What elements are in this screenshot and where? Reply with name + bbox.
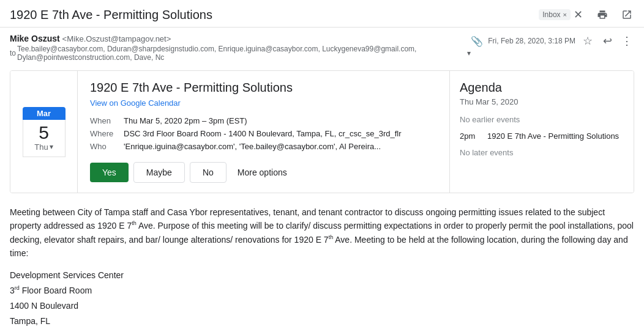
cal-day-number: 5 (23, 122, 65, 142)
sender-info: Mike Oszust <Mike.Oszust@tampagov.net> t… (10, 34, 471, 62)
rsvp-buttons: Yes Maybe No More options (90, 162, 437, 183)
address-line-5: Thursday, March 5 from 2:00pm to 3:00pm (10, 329, 634, 332)
sender-name: Mike Oszust (10, 34, 60, 43)
where-label: Where (90, 129, 124, 138)
no-earlier-events: No earlier events (460, 115, 624, 124)
inbox-badge: Inbox × (539, 9, 571, 20)
new-window-icon[interactable] (620, 7, 634, 22)
who-label: Who (90, 142, 124, 151)
event-who-row: Who 'Enrique.iguina@casaybor.com', 'Tee.… (90, 142, 437, 151)
agenda-panel: Agenda Thu Mar 5, 2020 No earlier events… (450, 71, 634, 193)
email-body: Meeting between City of Tampa staff and … (0, 198, 644, 332)
no-later-events: No later events (460, 148, 624, 157)
header-icons: ✕ (571, 7, 634, 22)
agenda-time: 2pm (460, 131, 481, 141)
agenda-date: Thu Mar 5, 2020 (460, 97, 624, 106)
who-value: 'Enrique.iguina@casaybor.com', 'Tee.bail… (124, 142, 381, 151)
star-icon[interactable]: ☆ (580, 34, 595, 48)
sender-meta: 📎 Fri, Feb 28, 2020, 3:18 PM ☆ ↩ ⋮ (471, 34, 634, 48)
event-when-row: When Thu Mar 5, 2020 2pm – 3pm (EST) (90, 116, 437, 125)
email-date: Fri, Feb 28, 2020, 3:18 PM (488, 37, 575, 45)
where-value: DSC 3rd Floor Board Room - 1400 N Boulev… (124, 129, 402, 138)
event-where-row: Where DSC 3rd Floor Board Room - 1400 N … (90, 129, 437, 138)
cal-dropdown-icon[interactable]: ▾ (50, 142, 53, 151)
chevron-down-icon[interactable]: ▾ (467, 49, 471, 57)
address-line-1: Development Services Center (10, 268, 634, 283)
sender-email: <Mike.Oszust@tampagov.net> (62, 34, 171, 43)
close-icon[interactable]: ✕ (571, 7, 585, 22)
invite-card: Mar 5 Thu ▾ 1920 E 7th Ave - Permitting … (10, 70, 634, 193)
body-paragraph: Meeting between City of Tampa staff and … (10, 205, 634, 260)
recipients-list: Tee.bailey@casaybor.com, Dduran@sharpdes… (17, 45, 467, 62)
yes-button[interactable]: Yes (90, 163, 129, 182)
agenda-title: Agenda (460, 81, 624, 95)
cal-day-box: 5 Thu ▾ (23, 120, 66, 157)
more-options-icon[interactable]: ⋮ (620, 34, 634, 48)
email-subject: 1920 E 7th Ave - Permitting Solutions (10, 8, 533, 22)
email-header: 1920 E 7th Ave - Permitting Solutions In… (0, 0, 644, 28)
to-label: to (10, 49, 16, 57)
more-options-button[interactable]: More options (231, 163, 293, 182)
address-line-3: 1400 N Boulevard (10, 298, 634, 314)
reply-icon[interactable]: ↩ (600, 34, 615, 48)
address-line-4: Tampa, FL (10, 314, 634, 329)
address-block: Development Services Center 3rd Floor Bo… (10, 268, 634, 332)
sender-name-line: Mike Oszust <Mike.Oszust@tampagov.net> (10, 34, 471, 43)
event-title: 1920 E 7th Ave - Permitting Solutions (90, 81, 437, 95)
calendar-icon-block: Mar 5 Thu ▾ (10, 71, 78, 193)
no-button[interactable]: No (190, 162, 227, 183)
cal-day-name: Thu ▾ (23, 142, 65, 154)
when-label: When (90, 116, 124, 125)
print-icon[interactable] (595, 7, 610, 22)
agenda-event-name: 1920 E 7th Ave - Permitting Solutions (487, 131, 619, 141)
event-details: 1920 E 7th Ave - Permitting Solutions Vi… (78, 71, 450, 193)
sender-row: Mike Oszust <Mike.Oszust@tampagov.net> t… (0, 28, 644, 65)
address-line-2: 3rd Floor Board Room (10, 283, 634, 298)
maybe-button[interactable]: Maybe (133, 162, 185, 183)
inbox-label: Inbox (542, 10, 560, 19)
recipients-line: to Tee.bailey@casaybor.com, Dduran@sharp… (10, 45, 471, 62)
attachment-icon: 📎 (471, 35, 483, 47)
inbox-close-icon[interactable]: × (563, 11, 567, 18)
when-value: Thu Mar 5, 2020 2pm – 3pm (EST) (124, 116, 247, 125)
cal-month: Mar (23, 107, 66, 120)
agenda-event-row: 2pm 1920 E 7th Ave - Permitting Solution… (460, 131, 624, 141)
view-google-calendar-link[interactable]: View on Google Calendar (90, 98, 437, 108)
